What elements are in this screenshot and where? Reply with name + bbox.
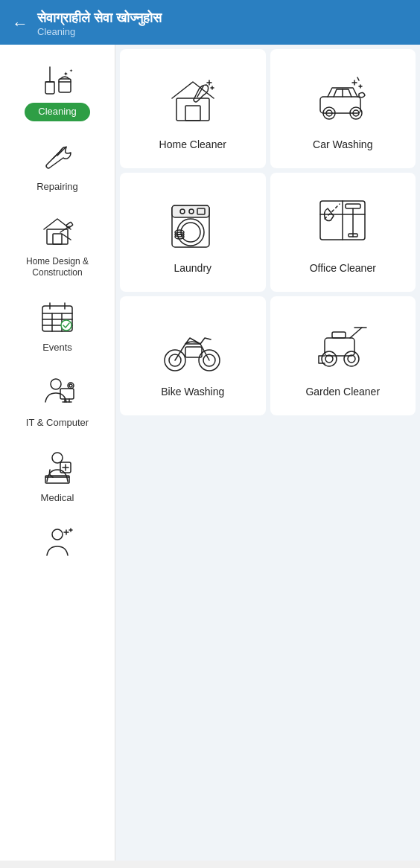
sidebar-item-cleaning[interactable]: ✦ ✦ Cleaning bbox=[0, 52, 115, 127]
garden-cleaner-icon bbox=[313, 317, 372, 377]
svg-rect-9 bbox=[47, 229, 68, 244]
header-text: सेवाग्राहीले सेवा खोज्नुहोस Cleaning bbox=[37, 10, 162, 37]
office-cleaner-label: Office Cleaner bbox=[310, 262, 376, 274]
svg-text:✦: ✦ bbox=[69, 68, 73, 73]
sidebar-item-repairing[interactable]: Repairing bbox=[0, 127, 115, 202]
sidebar-item-home-design[interactable]: Home Design & Construction bbox=[0, 202, 115, 288]
svg-rect-81 bbox=[325, 338, 354, 356]
sidebar-item-events[interactable]: Events bbox=[0, 288, 115, 363]
cleaning-icon: ✦ ✦ bbox=[38, 61, 77, 100]
sidebar: ✦ ✦ Cleaning Repairing bbox=[0, 45, 115, 861]
office-cleaner-icon bbox=[313, 194, 372, 253]
main-layout: ✦ ✦ Cleaning Repairing bbox=[0, 45, 420, 861]
car-washing-label: Car Washing bbox=[313, 138, 372, 150]
sidebar-homedesign-label: Home Design & Construction bbox=[6, 253, 109, 282]
laundry-icon bbox=[163, 194, 223, 253]
bike-washing-label: Bike Washing bbox=[161, 386, 224, 398]
svg-rect-72 bbox=[346, 204, 360, 208]
sidebar-cleaning-label: Cleaning bbox=[25, 103, 89, 121]
svg-rect-60 bbox=[172, 205, 209, 217]
svg-rect-41 bbox=[176, 98, 209, 121]
home-design-icon bbox=[38, 211, 77, 250]
svg-rect-0 bbox=[45, 82, 54, 94]
repairing-icon bbox=[38, 136, 77, 175]
svg-line-7 bbox=[53, 150, 62, 159]
svg-rect-3 bbox=[59, 79, 71, 92]
sidebar-medical-label: Medical bbox=[35, 489, 80, 508]
header: ← सेवाग्राहीले सेवा खोज्नुहोस Cleaning bbox=[0, 0, 420, 45]
svg-rect-10 bbox=[53, 234, 62, 244]
car-washing-icon bbox=[313, 70, 372, 130]
svg-point-22 bbox=[61, 320, 71, 331]
svg-rect-24 bbox=[60, 389, 74, 399]
page-title: सेवाग्राहीले सेवा खोज्नुहोस bbox=[37, 10, 162, 26]
svg-point-86 bbox=[344, 351, 359, 366]
svg-line-82 bbox=[350, 328, 362, 338]
grid-item-laundry[interactable]: Laundry bbox=[120, 173, 266, 292]
svg-point-23 bbox=[51, 379, 61, 389]
garden-cleaner-label: Garden Cleaner bbox=[305, 386, 380, 398]
svg-line-75 bbox=[325, 204, 340, 219]
grid-item-car-washing[interactable]: Car Washing bbox=[270, 49, 416, 168]
content-area: Home Cleaner bbox=[115, 45, 420, 861]
services-grid: Home Cleaner bbox=[120, 49, 416, 415]
grid-item-bike-washing[interactable]: Bike Washing bbox=[120, 296, 266, 415]
page-subtitle: Cleaning bbox=[37, 26, 162, 37]
svg-rect-88 bbox=[332, 332, 346, 338]
sidebar-item-it-computer[interactable]: IT & Computer bbox=[0, 363, 115, 438]
sidebar-item-medical[interactable]: Medical bbox=[0, 438, 115, 514]
grid-item-office-cleaner[interactable]: Office Cleaner bbox=[270, 173, 416, 292]
svg-point-28 bbox=[68, 383, 74, 389]
svg-point-29 bbox=[69, 384, 72, 387]
grid-item-garden-cleaner[interactable]: Garden Cleaner bbox=[270, 296, 416, 415]
events-icon bbox=[38, 297, 77, 336]
svg-line-58 bbox=[357, 77, 359, 80]
sidebar-itcomputer-label: IT & Computer bbox=[20, 414, 95, 433]
sidebar-repairing-label: Repairing bbox=[31, 178, 84, 197]
svg-rect-42 bbox=[185, 106, 200, 121]
medical-icon bbox=[38, 447, 77, 486]
more-icon bbox=[38, 523, 77, 561]
sidebar-events-label: Events bbox=[36, 339, 78, 357]
svg-line-13 bbox=[62, 234, 71, 240]
sidebar-item-more[interactable] bbox=[0, 514, 115, 570]
svg-text:✦: ✦ bbox=[63, 71, 69, 77]
grid-item-home-cleaner[interactable]: Home Cleaner bbox=[120, 49, 266, 168]
home-cleaner-icon bbox=[163, 70, 223, 130]
svg-point-36 bbox=[52, 529, 63, 540]
svg-point-30 bbox=[52, 453, 63, 463]
laundry-label: Laundry bbox=[174, 262, 211, 274]
bike-washing-icon bbox=[163, 317, 223, 377]
it-computer-icon bbox=[38, 372, 77, 411]
home-cleaner-label: Home Cleaner bbox=[159, 138, 226, 150]
back-button[interactable]: ← bbox=[12, 14, 28, 33]
svg-rect-12 bbox=[66, 222, 73, 229]
svg-point-84 bbox=[322, 351, 337, 366]
